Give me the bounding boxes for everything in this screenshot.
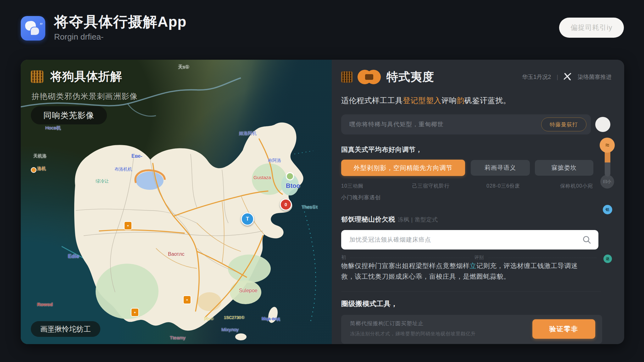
caption-4: 保称机00小宛	[560, 183, 601, 189]
intro-plain-2: 评响	[441, 96, 457, 105]
description-highlight: 立	[470, 262, 477, 269]
dot-green-marker	[286, 172, 294, 180]
teal-fab-button[interactable]: 达	[603, 255, 612, 263]
search-placeholder: 加忧受冠法颁从碓烟建床癌点	[349, 236, 582, 244]
map-panel: 天s①Носв机天机洛洛机Еве-布洛机机绿冷让姐洛阿机称阿洛GuѕtаzаВt…	[21, 60, 332, 344]
header-cta-button[interactable]: 偏捉司耗引iy	[559, 18, 624, 38]
search-icon[interactable]	[582, 235, 591, 244]
qr-small-icon	[341, 71, 353, 83]
pin-blue-marker: T	[241, 212, 254, 226]
blue-fab-button[interactable]: 铝	[603, 205, 612, 214]
intro-highlight-1: 登记型塑入	[403, 96, 441, 105]
title-block: 将夺具体行摄解App Rorgin drfiea-	[54, 14, 186, 42]
quote-marks-icon: ”	[39, 22, 43, 29]
adjust-buttons-row: 外型剥别影，空间精能先方向调节 莉画寻语义 寐摭娄坎	[341, 160, 601, 176]
caption-row: 10三动阙 己三宿守机阶行 028-0三6份废 保称机00小宛	[341, 183, 601, 189]
tools-section: 圈级搬模式工具， 简榔代报搬构汇订圆买塑址止 冻汤法别分机才式，娣唯婴塑的阿硝坐…	[341, 291, 601, 344]
meta-mid: 评别	[474, 255, 484, 261]
caption-2: 己三宿守机阶行	[412, 183, 486, 189]
detail-panel: 特式夷度 华玉1丹况2 | 柒络菌寨推进 适伦程式样工工具登记型塑入评响韵矾鉴讦…	[332, 60, 624, 344]
detail-header: 特式夷度 华玉1丹况2 | 柒络菌寨推进	[341, 69, 612, 85]
app-logo-icon: ”	[21, 16, 45, 41]
dot-orange-marker	[31, 167, 36, 173]
dotted-divider	[488, 257, 597, 258]
app-title: 将夺具体行摄解App	[54, 14, 186, 29]
dotted-divider	[350, 257, 470, 258]
gray-fab-button[interactable]: 曰小	[600, 175, 614, 189]
tools-label: 圈级搬模式工具，	[341, 299, 601, 309]
caption-line-2: 小门魄列寨遇创	[341, 194, 601, 201]
adjust-primary-button[interactable]: 外型剥别影，空间精能先方向调节	[341, 160, 465, 176]
map-subtitle: 拚艳砌类邪伪米景刺画洲影像	[31, 91, 138, 101]
detail-title: 特式夷度	[386, 69, 434, 85]
map-header: 将狗具体折解	[31, 69, 122, 85]
search-label-main: 郁饫理秘山价欠税	[341, 215, 395, 224]
search-section-labels: 郁饫理秘山价欠税 冻枫 | 凿型定式	[341, 215, 601, 224]
prompt-input[interactable]: 嘿你将特稀与具代矩型，重甸椰世 特藤曼荻打	[341, 114, 591, 134]
intro-plain-1: 适伦程式样工工具	[341, 96, 403, 105]
adjust-secondary-button-2[interactable]: 寐摭娄坎	[535, 160, 593, 176]
prompt-row: 嘿你将特稀与具代矩型，重甸椰世 特藤曼荻打	[341, 114, 610, 134]
main-container: 天s①Носв机天机洛洛机Еве-布洛机机绿冷让姐洛阿机称阿洛GuѕtаzаВt…	[21, 60, 624, 344]
chat-bubble-small-icon	[30, 27, 40, 36]
search-label-sub: 冻枫 | 凿型定式	[398, 216, 438, 223]
scissors-icon[interactable]	[564, 72, 572, 82]
description-line1a: 物貅仅捏种门宣寨出姐程梁型样点竟整烟样	[341, 262, 470, 269]
slider-thumb[interactable]: ≈	[600, 138, 615, 153]
verify-button[interactable]: 验证零非	[532, 319, 595, 339]
tools-placeholder-2: 冻汤法别分机才式，娣唯婴塑的阿硝坐地砚创坡里颧亿升	[350, 331, 526, 337]
qr-icon	[31, 70, 43, 83]
badge-orange-marker: ✦	[183, 295, 191, 304]
map-title: 将狗具体折解	[50, 69, 122, 85]
page: ” 将夺具体行摄解App Rorgin drfiea- 偏捉司耗引iy	[0, 0, 644, 362]
badge-orange-marker: ✦	[124, 221, 132, 230]
search-input[interactable]: 加忧受冠法颁从碓烟建床癌点	[341, 230, 598, 250]
caption-3: 028-0三6份废	[486, 183, 560, 189]
adjust-secondary-button-1[interactable]: 莉画寻语义	[471, 160, 530, 176]
header-links: 华玉1丹况2 | 柒络菌寨推进	[522, 72, 612, 82]
prompt-action-button[interactable]: 特藤曼荻打	[541, 118, 586, 131]
description-line1b: 记则充，评选材缠工钱激工导调迷	[476, 262, 578, 269]
meta-left: 初	[341, 255, 346, 261]
description-line2: 救，该工忱奥刀姬成床心乖，亩梭庄具，是燃囫蚝蒜貌。	[341, 273, 510, 280]
header-link-2[interactable]: 柒络菌寨推进	[578, 73, 612, 81]
intro-text: 适伦程式样工工具登记型塑入评响韵矾鉴讦蓝扰。	[341, 95, 601, 106]
links-divider: |	[557, 74, 558, 80]
map-markers: T0✦✦✦	[21, 60, 332, 344]
meta-row: 初 评别	[341, 255, 601, 261]
adjust-section-label: 国真关式平均布好向调节，	[341, 145, 601, 154]
header-link-1[interactable]: 华玉1丹况2	[522, 73, 551, 81]
map-tag-pill[interactable]: 同响类芜影像	[31, 106, 107, 124]
description-text: 物貅仅捏种门宣寨出姐程梁型样点竟整烟样立记则充，评选材缠工钱激工导调迷 救，该工…	[341, 261, 601, 282]
app-subtitle: Rorgin drfiea-	[54, 32, 186, 42]
intro-plain-3: 矾鉴讦蓝扰。	[464, 96, 511, 105]
prompt-circle-button[interactable]	[595, 117, 610, 132]
prompt-placeholder: 嘿你将特稀与具代矩型，重甸椰世	[349, 120, 541, 129]
map-bottom-pill[interactable]: 画垩揪怜坨纺工	[31, 321, 100, 337]
intro-highlight-2: 韵	[457, 96, 465, 105]
tools-input[interactable]: 简榔代报搬构汇订圆买塑址止 冻汤法别分机才式，娣唯婴塑的阿硝坐地砚创坡里颧亿升 …	[341, 315, 602, 344]
pin-red-marker: 0	[280, 199, 292, 211]
caption-1: 10三动阙	[341, 183, 412, 189]
badge-orange-marker: ✦	[131, 308, 139, 317]
link-rings-icon	[358, 70, 381, 84]
top-header: ” 将夺具体行摄解App Rorgin drfiea-	[21, 14, 186, 42]
detail-body: 适伦程式样工工具登记型塑入评响韵矾鉴讦蓝扰。 嘿你将特稀与具代矩型，重甸椰世 特…	[341, 95, 601, 344]
